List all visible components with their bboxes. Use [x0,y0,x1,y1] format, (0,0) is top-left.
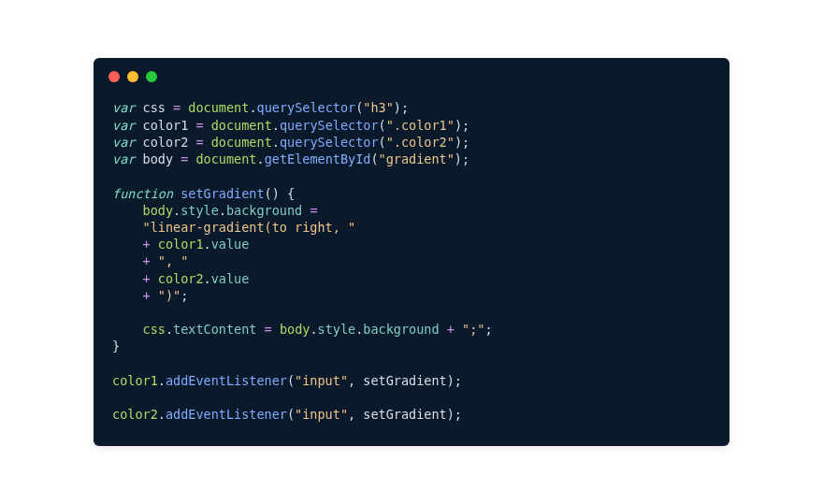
maximize-icon[interactable] [146,71,157,82]
code-line: color1.addEventListener("input", setGrad… [112,373,462,388]
code-line: var color2 = document.querySelector(".co… [112,135,469,150]
code-line: body.style.background = [112,203,318,218]
code-line: var body = document.getElementById("grad… [112,151,469,166]
window-titlebar [94,58,729,88]
code-line: + ")"; [112,288,188,303]
code-line: function setGradient() { [112,186,295,201]
code-line: var css = document.querySelector("h3"); [112,100,409,115]
code-line: "linear-gradient(to right, " [112,220,355,235]
code-line: css.textContent = body.style.background … [112,322,493,337]
close-icon[interactable] [108,71,120,82]
code-window: var css = document.querySelector("h3"); … [94,58,729,445]
code-line: + color2.value [112,271,249,286]
code-line: + ", " [112,253,188,268]
code-line: } [112,338,120,353]
code-line: var color1 = document.querySelector(".co… [112,118,469,133]
code-line: color2.addEventListener("input", setGrad… [112,407,462,422]
minimize-icon[interactable] [127,71,138,82]
code-line: + color1.value [112,237,249,252]
code-block: var css = document.querySelector("h3"); … [94,88,729,445]
